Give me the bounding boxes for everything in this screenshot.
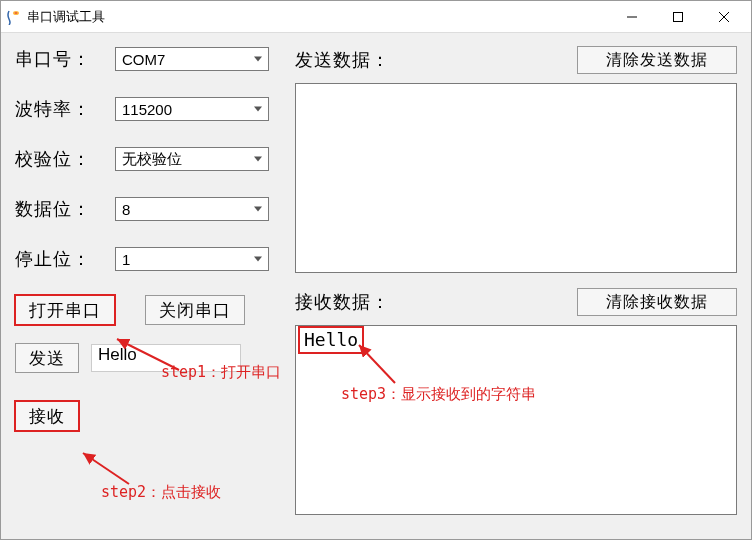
app-icon <box>5 9 21 25</box>
titlebar: 串口调试工具 <box>1 1 751 33</box>
send-input[interactable]: Hello <box>91 344 241 372</box>
window-title: 串口调试工具 <box>27 8 105 26</box>
recv-text-highlight: Hello <box>298 326 364 354</box>
left-panel: 串口号： COM7 波特率： 115200 校验位： 无校验位 数据位： 8 停… <box>1 33 289 431</box>
open-port-button[interactable]: 打开串口 <box>15 295 115 325</box>
parity-select[interactable]: 无校验位 <box>115 147 269 171</box>
annotation-step2: step2：点击接收 <box>101 483 221 502</box>
recv-area-label: 接收数据： <box>295 290 577 314</box>
receive-button[interactable]: 接收 <box>15 401 79 431</box>
svg-rect-3 <box>674 12 683 21</box>
content-area: 串口号： COM7 波特率： 115200 校验位： 无校验位 数据位： 8 停… <box>1 33 751 539</box>
stopbits-label: 停止位： <box>15 247 115 271</box>
app-window: 串口调试工具 串口号： COM7 波特率： 115200 校验位： 无校验位 数… <box>0 0 752 540</box>
send-area-label: 发送数据： <box>295 48 577 72</box>
arrow-step2 <box>77 449 137 489</box>
svg-point-1 <box>15 12 18 14</box>
minimize-button[interactable] <box>609 1 655 32</box>
send-textarea[interactable] <box>295 83 737 273</box>
right-panel: 发送数据： 清除发送数据 接收数据： 清除接收数据 Hello <box>289 33 751 515</box>
maximize-button[interactable] <box>655 1 701 32</box>
baud-label: 波特率： <box>15 97 115 121</box>
clear-recv-button[interactable]: 清除接收数据 <box>577 288 737 316</box>
port-select[interactable]: COM7 <box>115 47 269 71</box>
port-label: 串口号： <box>15 47 115 71</box>
databits-label: 数据位： <box>15 197 115 221</box>
parity-label: 校验位： <box>15 147 115 171</box>
stopbits-select[interactable]: 1 <box>115 247 269 271</box>
send-button[interactable]: 发送 <box>15 343 79 373</box>
clear-send-button[interactable]: 清除发送数据 <box>577 46 737 74</box>
databits-select[interactable]: 8 <box>115 197 269 221</box>
close-button[interactable] <box>701 1 747 32</box>
baud-select[interactable]: 115200 <box>115 97 269 121</box>
close-port-button[interactable]: 关闭串口 <box>145 295 245 325</box>
recv-textarea[interactable]: Hello <box>295 325 737 515</box>
window-buttons <box>609 1 747 32</box>
svg-line-7 <box>83 453 129 484</box>
